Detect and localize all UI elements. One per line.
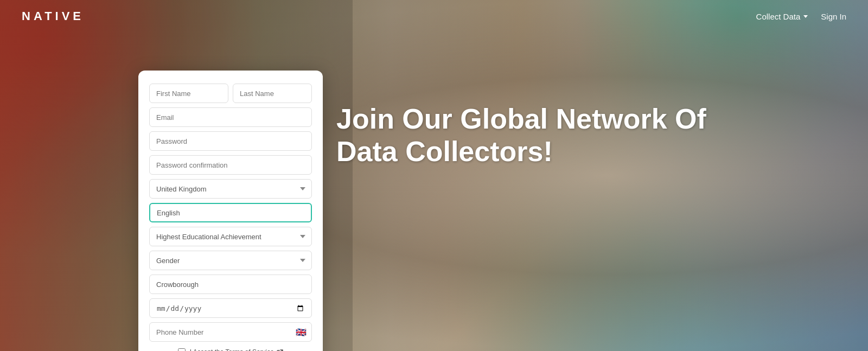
last-name-input[interactable] bbox=[233, 84, 312, 103]
hero-section: Join Our Global Network Of Data Collecto… bbox=[336, 103, 706, 168]
city-group bbox=[149, 275, 312, 294]
registration-form: United Kingdom Highest Educational Achie… bbox=[138, 71, 323, 351]
dob-input[interactable] bbox=[149, 298, 312, 318]
email-input[interactable] bbox=[149, 107, 312, 127]
terms-label: I Accept the Terms of Service bbox=[190, 348, 284, 351]
hero-headline: Join Our Global Network Of Data Collecto… bbox=[336, 103, 706, 168]
password-input[interactable] bbox=[149, 131, 312, 151]
phone-group: 🇬🇧 bbox=[149, 322, 312, 342]
country-select[interactable]: United Kingdom bbox=[149, 179, 312, 199]
dob-group bbox=[149, 298, 312, 318]
password-confirm-group bbox=[149, 155, 312, 175]
country-group: United Kingdom bbox=[149, 179, 312, 199]
terms-row: I Accept the Terms of Service bbox=[149, 348, 312, 351]
language-input[interactable] bbox=[149, 203, 312, 222]
phone-flag-icon: 🇬🇧 bbox=[296, 327, 307, 337]
first-name-input[interactable] bbox=[149, 84, 228, 103]
gender-group: Gender bbox=[149, 251, 312, 270]
education-select[interactable]: Highest Educational Achievement bbox=[149, 227, 312, 246]
terms-checkbox[interactable] bbox=[178, 348, 186, 351]
collect-data-nav[interactable]: Collect Data bbox=[756, 12, 808, 21]
main-content: United Kingdom Highest Educational Achie… bbox=[0, 33, 868, 351]
collect-data-chevron-icon bbox=[803, 15, 808, 18]
app-logo: NATIVE bbox=[22, 9, 84, 23]
language-group bbox=[149, 203, 312, 222]
navbar: NATIVE Collect Data Sign In bbox=[0, 0, 868, 33]
password-group bbox=[149, 131, 312, 151]
name-row bbox=[149, 84, 312, 103]
city-input[interactable] bbox=[149, 275, 312, 294]
phone-input[interactable] bbox=[149, 322, 312, 342]
email-group bbox=[149, 107, 312, 127]
password-confirm-input[interactable] bbox=[149, 155, 312, 175]
gender-select[interactable]: Gender bbox=[149, 251, 312, 270]
education-group: Highest Educational Achievement bbox=[149, 227, 312, 246]
nav-right: Collect Data Sign In bbox=[756, 12, 846, 21]
sign-in-nav[interactable]: Sign In bbox=[821, 12, 846, 21]
